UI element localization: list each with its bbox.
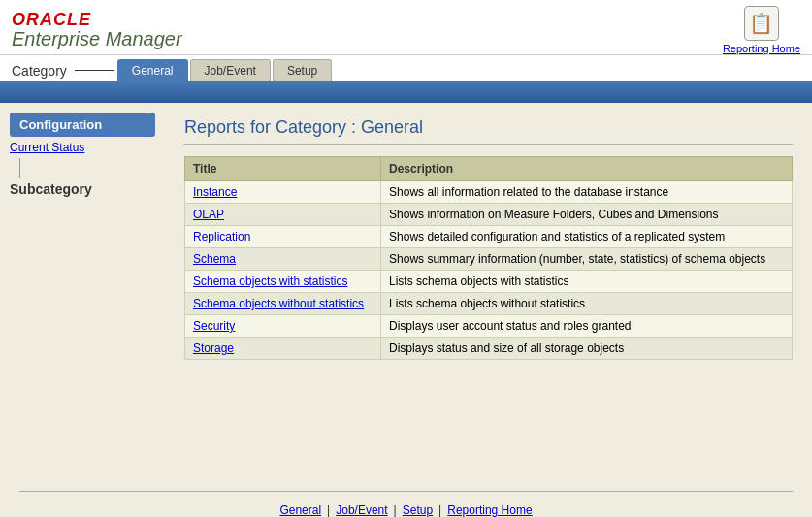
footer-link-setup[interactable]: Setup <box>403 503 433 517</box>
table-cell-title: Storage <box>185 338 381 360</box>
report-link-storage[interactable]: Storage <box>193 341 234 355</box>
footer-sep-2: | <box>394 503 397 517</box>
report-link-replication[interactable]: Replication <box>193 230 250 243</box>
table-row: InstanceShows all information related to… <box>185 181 793 204</box>
table-cell-title: Schema objects without statistics <box>185 293 381 315</box>
content-wrapper: Configuration Current Status Subcategory… <box>0 103 812 471</box>
sidebar-current-status-link[interactable]: Current Status <box>10 141 84 154</box>
table-cell-description: Shows detailed configuration and statist… <box>381 226 793 248</box>
table-cell-title: Schema objects with statistics <box>185 271 381 293</box>
report-link-schema[interactable]: Schema <box>193 252 236 266</box>
table-cell-description: Lists schema objects without statistics <box>381 293 793 315</box>
reporting-home-area[interactable]: 📋 Reporting Home <box>723 6 800 54</box>
tab-jobevent[interactable]: Job/Event <box>190 59 271 81</box>
category-label: Category <box>12 63 67 79</box>
table-cell-description: Shows all information related to the dat… <box>381 181 793 204</box>
subcategory-label: Subcategory <box>0 178 165 201</box>
footer: General | Job/Event | Setup | Reporting … <box>0 492 812 517</box>
table-cell-title: Schema <box>185 248 381 271</box>
table-cell-title: OLAP <box>185 204 381 226</box>
table-row: SchemaShows summary information (number,… <box>185 248 793 271</box>
main-content: Reports for Category : General Title Des… <box>165 103 812 471</box>
table-cell-title: Instance <box>185 181 381 204</box>
tab-setup[interactable]: Setup <box>273 59 332 81</box>
table-row: SecurityDisplays user account status and… <box>185 315 793 338</box>
table-row: OLAPShows information on Measure Folders… <box>185 204 793 226</box>
table-cell-description: Displays status and size of all storage … <box>381 338 793 360</box>
report-link-schema-objects-without-statistics[interactable]: Schema objects without statistics <box>193 297 364 310</box>
tab-general[interactable]: General <box>117 59 188 81</box>
category-row: Category General Job/Event Setup <box>0 55 812 81</box>
col-title-header: Title <box>185 157 381 181</box>
table-cell-title: Security <box>185 315 381 338</box>
report-icon-glyph: 📋 <box>749 12 773 35</box>
report-link-instance[interactable]: Instance <box>193 185 237 199</box>
footer-link-general[interactable]: General <box>279 503 321 517</box>
table-header-row: Title Description <box>185 157 793 181</box>
footer-link-jobevent[interactable]: Job/Event <box>336 503 387 517</box>
sidebar-current-status-item[interactable]: Current Status <box>0 137 165 158</box>
table-row: ReplicationShows detailed configuration … <box>185 226 793 248</box>
table-row: Schema objects without statisticsLists s… <box>185 293 793 315</box>
reports-table: Title Description InstanceShows all info… <box>184 156 793 360</box>
page-title: Reports for Category : General <box>184 117 793 145</box>
report-link-olap[interactable]: OLAP <box>193 208 224 221</box>
table-row: StorageDisplays status and size of all s… <box>185 338 793 360</box>
em-text: Enterprise Manager <box>12 28 182 50</box>
report-link-schema-objects-with-statistics[interactable]: Schema objects with statistics <box>193 275 347 288</box>
col-description-header: Description <box>381 157 793 181</box>
table-cell-description: Shows information on Measure Folders, Cu… <box>381 204 793 226</box>
table-cell-description: Shows summary information (number, state… <box>381 248 793 271</box>
footer-sep-3: | <box>438 503 441 517</box>
sidebar-config-label: Configuration <box>10 113 155 137</box>
oracle-text: ORACLE <box>12 10 182 30</box>
table-cell-description: Displays user account status and roles g… <box>381 315 793 338</box>
sidebar-connector <box>19 158 20 178</box>
table-row: Schema objects with statisticsLists sche… <box>185 271 793 293</box>
table-cell-title: Replication <box>185 226 381 248</box>
reporting-home-link[interactable]: Reporting Home <box>723 43 800 54</box>
table-cell-description: Lists schema objects with statistics <box>381 271 793 293</box>
header: ORACLE Enterprise Manager 📋 Reporting Ho… <box>0 0 812 55</box>
blue-bar <box>0 81 812 103</box>
category-line <box>75 70 114 71</box>
footer-link-reporting-home[interactable]: Reporting Home <box>447 503 532 517</box>
oracle-logo: ORACLE Enterprise Manager <box>12 10 182 50</box>
sidebar: Configuration Current Status Subcategory <box>0 103 165 471</box>
report-link-security[interactable]: Security <box>193 319 235 333</box>
report-icon: 📋 <box>744 6 779 41</box>
footer-sep-1: | <box>327 503 330 517</box>
